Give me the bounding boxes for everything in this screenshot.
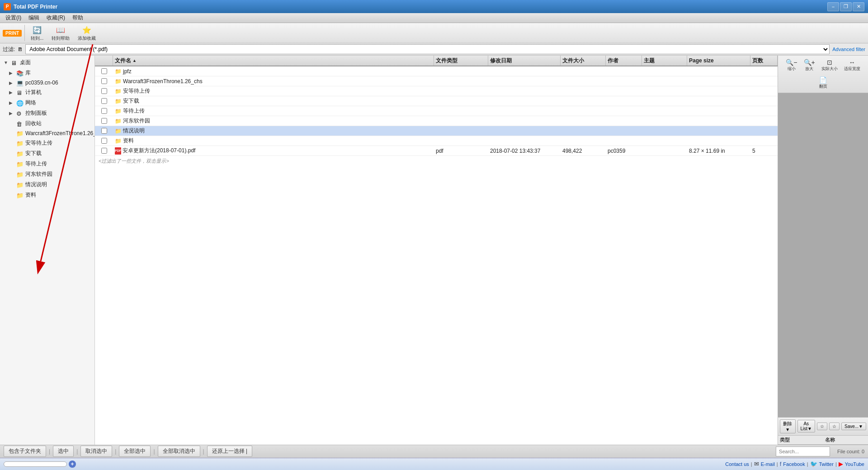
youtube-link[interactable]: YouTube <box>845 461 864 467</box>
sidebar-item-warcraft[interactable]: 📁 Warcraft3FrozenThrone1.26_chs <box>0 129 94 138</box>
restore-button[interactable]: ❐ <box>840 2 852 11</box>
row-check[interactable] <box>95 146 113 155</box>
col-author[interactable]: 作者 <box>606 56 642 66</box>
goto-button[interactable]: 🔄 转到... <box>28 23 47 43</box>
twitter-link[interactable]: Twitter <box>819 461 834 467</box>
col-pagesize[interactable]: Page size <box>687 56 750 66</box>
goto-help-button[interactable]: 📖 转到帮助 <box>48 23 73 43</box>
star2-button[interactable]: ☆ <box>829 423 840 430</box>
table-row[interactable]: 📁jpfz <box>95 66 778 76</box>
row-check[interactable] <box>95 96 113 106</box>
row-date <box>488 76 561 86</box>
checkbox[interactable] <box>101 128 107 134</box>
as-list-button[interactable]: As List▼ <box>797 420 815 432</box>
menu-edit[interactable]: 编辑 <box>25 13 43 23</box>
table-row[interactable]: PDF 安卓更新方法(2018-07-01).pdf pdf 2018-07-0… <box>95 146 778 156</box>
sidebar-item-computer[interactable]: ▶ 🖥 计算机 <box>0 87 94 98</box>
sidebar-item-control[interactable]: ▶ ⚙ 控制面板 <box>0 108 94 118</box>
save-button[interactable]: Save...▼ <box>841 423 866 430</box>
actual-size-button[interactable]: ⊡ 实际大小 <box>819 57 840 73</box>
row-check[interactable] <box>95 116 113 126</box>
folder-icon-qingkuang: 📁 <box>16 182 24 188</box>
checkbox[interactable] <box>101 148 107 154</box>
row-check[interactable] <box>95 66 113 76</box>
email-link[interactable]: E-mail <box>761 461 775 467</box>
checkbox[interactable] <box>101 138 107 144</box>
filter-select[interactable]: Adobe Acrobat Document (*.pdf) <box>25 44 830 54</box>
menu-favorites[interactable]: 收藏(R) <box>43 13 69 23</box>
table-row[interactable]: 📁情况说明 <box>95 126 778 136</box>
table-row[interactable]: 📁河东软件园 <box>95 116 778 126</box>
sidebar-item-qingkuang[interactable]: 📁 情况说明 <box>0 179 94 190</box>
menu-help[interactable]: 帮助 <box>69 13 87 23</box>
sep3: | <box>115 448 116 455</box>
col-pages[interactable]: 页数 <box>750 56 778 66</box>
table-row[interactable]: 📁安等待上传 <box>95 86 778 96</box>
toolbar: PRINT 🔄 转到... 📖 转到帮助 ⭐ 添加收藏 <box>0 23 868 43</box>
search-input[interactable] <box>776 446 830 456</box>
zoom-in-button[interactable]: 🔍+ 放大 <box>802 57 817 73</box>
row-check[interactable] <box>95 76 113 86</box>
row-check[interactable] <box>95 136 113 146</box>
select-button[interactable]: 选中 <box>53 446 74 457</box>
expand-icon-library: ▶ <box>9 70 14 75</box>
row-filetype <box>434 126 488 136</box>
fit-width-button[interactable]: ↔ 适应宽度 <box>842 57 863 73</box>
progress-plus-button[interactable]: + <box>69 461 76 468</box>
deselect-button[interactable]: 取消选中 <box>80 446 112 457</box>
checkbox[interactable] <box>101 68 107 74</box>
delete-button[interactable]: 删除 ▼ <box>780 419 796 433</box>
progress-container: + <box>4 461 76 468</box>
select-all-button[interactable]: 全部选中 <box>119 446 151 457</box>
page-view-button[interactable]: 📄 翻页 <box>816 75 830 91</box>
contact-us-link[interactable]: Contact us <box>725 461 749 467</box>
sidebar-item-dengdai[interactable]: 📁 等待上传 <box>0 159 94 169</box>
checkbox[interactable] <box>101 108 107 114</box>
deselect-all-button[interactable]: 全部取消选中 <box>158 446 200 457</box>
checkbox[interactable] <box>101 98 107 104</box>
facebook-link[interactable]: Facebook <box>783 461 805 467</box>
sidebar-item-hedong[interactable]: 📁 河东软件园 <box>0 169 94 179</box>
sidebar-label-desktop: 桌面 <box>20 59 31 66</box>
include-subfolders-button[interactable]: 包含子文件夹 <box>4 446 46 457</box>
sidebar-item-anxia[interactable]: 📁 安下载 <box>0 148 94 159</box>
sidebar-item-library[interactable]: ▶ 📚 库 <box>0 68 94 78</box>
checkbox[interactable] <box>101 88 107 94</box>
row-check[interactable] <box>95 106 113 116</box>
close-button[interactable]: ✕ <box>853 2 864 11</box>
row-check[interactable] <box>95 126 113 136</box>
table-row[interactable]: 📁Warcraft3FrozenThrone1.26_chs <box>95 76 778 86</box>
col-filetype[interactable]: 文件类型 <box>434 56 488 66</box>
table-row[interactable]: 📁安下载 <box>95 96 778 106</box>
restore-selection-button[interactable]: 还原上一选择 | <box>207 446 252 457</box>
sidebar-item-andengdai[interactable]: 📁 安等待上传 <box>0 138 94 148</box>
col-date[interactable]: 修改日期 <box>488 56 561 66</box>
col-subject[interactable]: 主题 <box>642 56 687 66</box>
sidebar-item-desktop[interactable]: ▼ 🖥 桌面 <box>0 57 94 68</box>
table-row[interactable]: 📁等待上传 <box>95 106 778 116</box>
menu-settings[interactable]: 设置(I) <box>2 13 25 23</box>
sidebar-item-ziliao[interactable]: 📁 资料 <box>0 190 94 200</box>
sidebar-item-pc0359[interactable]: ▶ 💻 pc0359.cn-06 <box>0 78 94 87</box>
star1-button[interactable]: ☆ <box>817 423 827 430</box>
sidebar-item-recycle[interactable]: 🗑 回收站 <box>0 118 94 129</box>
row-check[interactable] <box>95 86 113 96</box>
zoom-out-button[interactable]: 🔍− 缩小 <box>783 57 799 73</box>
print-button[interactable]: PRINT <box>3 30 22 37</box>
checkbox[interactable] <box>101 118 107 124</box>
sidebar-item-network[interactable]: ▶ 🌐 网络 <box>0 98 94 108</box>
col-filename[interactable]: 文件名 ▲ <box>113 56 434 66</box>
add-favorites-button[interactable]: ⭐ 添加收藏 <box>75 23 99 43</box>
filter-message[interactable]: <过滤出了一些文件，双击显示> <box>95 156 778 166</box>
minimize-button[interactable]: − <box>827 2 839 11</box>
col-size[interactable]: 文件大小 <box>561 56 606 66</box>
checkbox[interactable] <box>101 78 107 84</box>
row-filename: 📁情况说明 <box>113 126 434 136</box>
advanced-filter-link[interactable]: Advanced filter <box>832 47 865 52</box>
footer-type-header: 类型 <box>778 436 823 445</box>
email-icon: ✉ <box>754 461 759 467</box>
table-row[interactable]: 📁资料 <box>95 136 778 146</box>
row-size <box>561 76 606 86</box>
menu-bar: 设置(I) 编辑 收藏(R) 帮助 <box>0 13 868 23</box>
bottom-bar: 包含子文件夹 | 选中 | 取消选中 | 全部选中 | 全部取消选中 | 还原上… <box>0 445 868 458</box>
